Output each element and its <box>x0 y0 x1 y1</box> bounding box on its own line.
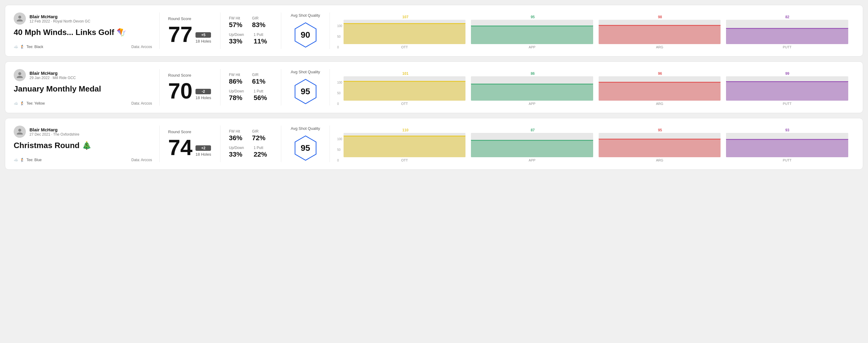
updown-label: Up/Down <box>229 146 244 150</box>
score-holes: 18 Holes <box>195 39 211 43</box>
bar-bg <box>599 133 721 157</box>
stats-row-top: FW Hit 86% GIR 61% <box>229 73 272 86</box>
y-label-100: 100 <box>337 25 342 28</box>
score-row: 70 -2 18 Holes <box>168 80 212 102</box>
y-labels-col: 100 50 0 <box>337 25 344 49</box>
updown-stat: Up/Down 78% <box>229 89 244 102</box>
bar-fill <box>726 29 848 44</box>
bar-top-label: 110 <box>344 128 466 132</box>
bar-fill <box>599 83 721 101</box>
fw-hit-stat: FW Hit 36% <box>229 129 242 142</box>
chart-outer: 110879593 100 50 0 <box>337 126 848 162</box>
stats-row-bottom: Up/Down 33% 1 Putt 11% <box>229 33 272 45</box>
bar-fill <box>726 140 848 157</box>
bar-line <box>471 140 593 141</box>
bar-bg <box>471 133 593 157</box>
updown-label: Up/Down <box>229 89 244 93</box>
quality-label: Avg Shot Quality <box>291 13 320 18</box>
card-left-section: Blair McHarg 27 Dec 2021 · The Oxfordshi… <box>14 126 160 162</box>
score-section: Round Score 70 -2 18 Holes <box>160 69 220 105</box>
gir-value: 61% <box>252 77 266 86</box>
bar-x-label: OTT <box>344 158 466 162</box>
bar-x-label: APP <box>471 102 593 105</box>
bar-col <box>726 20 848 44</box>
bar-x-label: OTT <box>344 102 466 105</box>
shot-quality-section: Avg Shot Quality 90 <box>281 12 330 49</box>
bar-bg <box>344 76 466 101</box>
bar-col <box>344 20 466 44</box>
bar-line <box>599 25 721 26</box>
y-label-100: 100 <box>337 138 342 141</box>
quality-label: Avg Shot Quality <box>291 70 320 74</box>
hex-score: 90 <box>301 30 310 40</box>
y-label-100: 100 <box>337 81 342 84</box>
bar-line <box>726 139 848 140</box>
quality-label: Avg Shot Quality <box>291 126 320 131</box>
score-badge: +5 <box>195 32 211 38</box>
round-card: Blair McHarg 29 Jan 2022 · Mill Ride GCC… <box>5 61 863 113</box>
bar-bg <box>599 76 721 101</box>
user-info: Blair McHarg 27 Dec 2021 · The Oxfordshi… <box>30 127 79 136</box>
user-row: Blair McHarg 29 Jan 2022 · Mill Ride GCC <box>14 69 152 81</box>
bar-bg <box>344 133 466 157</box>
avatar <box>14 69 26 81</box>
bar-line <box>344 136 466 136</box>
score-holes: 18 Holes <box>195 152 211 157</box>
y-labels-col: 100 50 0 <box>337 81 344 105</box>
bar-x-label: PUTT <box>726 102 848 105</box>
bar-bg <box>599 20 721 44</box>
chart-main: 100 50 0 <box>337 20 848 49</box>
bar-fill <box>344 136 466 157</box>
user-name: Blair McHarg <box>30 127 79 132</box>
hex-score: 95 <box>301 143 310 153</box>
score-row: 74 +2 18 Holes <box>168 136 212 158</box>
bar-top-label: 82 <box>726 15 848 19</box>
y-label-0: 0 <box>337 46 342 49</box>
y-label-0: 0 <box>337 159 342 162</box>
score-badge: +2 <box>195 145 211 151</box>
bar-col <box>344 76 466 101</box>
bar-fill <box>726 82 848 101</box>
bar-col <box>471 20 593 44</box>
x-label-row: OTTAPPARGPUTT <box>344 102 848 105</box>
bar-x-label: APP <box>471 45 593 49</box>
updown-stat: Up/Down 33% <box>229 146 244 158</box>
y-label-50: 50 <box>337 35 342 38</box>
fw-hit-label: FW Hit <box>229 129 242 133</box>
chart-bars <box>344 76 848 101</box>
bar-line <box>599 139 721 139</box>
score-number: 70 <box>168 80 192 102</box>
bar-x-label: OTT <box>344 45 466 49</box>
bar-col <box>344 133 466 157</box>
bag-icon: 🏌️ <box>20 45 25 49</box>
stats-section: FW Hit 57% GIR 83% Up/Down 33% 1 Putt 11… <box>220 12 281 49</box>
hexagon-container: 95 <box>292 134 319 162</box>
bar-top-label: 98 <box>599 15 721 19</box>
user-info: Blair McHarg 29 Jan 2022 · Mill Ride GCC <box>30 70 76 80</box>
bar-col <box>471 76 593 101</box>
bar-top-label: 99 <box>726 71 848 76</box>
person-icon <box>16 128 23 135</box>
user-meta: 12 Feb 2022 · Royal North Devon GC <box>30 19 90 23</box>
tee-label: Tee: Black <box>26 45 43 49</box>
y-labels-col: 100 50 0 <box>337 138 344 162</box>
stats-row-top: FW Hit 36% GIR 72% <box>229 129 272 142</box>
oneputt-value: 22% <box>253 151 267 158</box>
bar-fill <box>471 141 593 157</box>
bar-x-label: ARG <box>599 158 721 162</box>
user-row: Blair McHarg 12 Feb 2022 · Royal North D… <box>14 12 152 25</box>
stats-row-bottom: Up/Down 33% 1 Putt 22% <box>229 146 272 158</box>
fw-hit-stat: FW Hit 57% <box>229 16 242 29</box>
chart-top-labels: 101869699 <box>344 71 848 76</box>
chart-section: 107959882 100 50 0 <box>330 12 854 49</box>
score-badge: -2 <box>195 89 211 94</box>
hex-score: 95 <box>301 87 310 96</box>
chart-main: 100 50 0 <box>337 133 848 162</box>
weather-icon: ☁️ <box>14 158 18 162</box>
bar-line <box>344 81 466 82</box>
updown-stat: Up/Down 33% <box>229 33 244 45</box>
score-holes: 18 Holes <box>195 95 211 100</box>
oneputt-stat: 1 Putt 22% <box>253 146 267 158</box>
bar-bg <box>726 133 848 157</box>
gir-stat: GIR 72% <box>252 129 266 142</box>
